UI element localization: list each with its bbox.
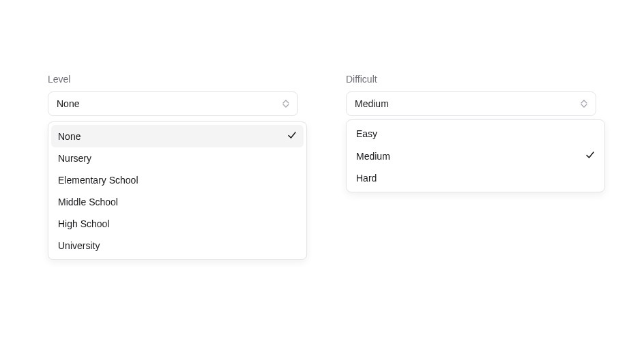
chevron-up-down-icon — [282, 100, 289, 108]
level-option[interactable]: Elementary School — [51, 169, 304, 191]
difficult-select-trigger[interactable]: Medium — [346, 91, 596, 116]
option-label: University — [58, 240, 100, 251]
difficult-dropdown: EasyMediumHard — [346, 119, 605, 192]
level-dropdown: NoneNurseryElementary SchoolMiddle Schoo… — [48, 121, 307, 260]
option-label: Medium — [356, 151, 390, 162]
option-label: Easy — [356, 128, 377, 139]
difficult-label: Difficult — [346, 74, 596, 85]
option-label: High School — [58, 218, 110, 229]
option-label: Middle School — [58, 197, 118, 207]
level-selected-value: None — [57, 98, 79, 109]
level-option[interactable]: Middle School — [51, 191, 304, 213]
level-select-trigger[interactable]: None — [48, 91, 298, 116]
level-option[interactable]: University — [51, 235, 304, 257]
difficult-field: Difficult Medium EasyMediumHard — [346, 74, 596, 116]
option-label: Hard — [356, 173, 377, 184]
level-option[interactable]: None — [51, 125, 304, 147]
chevron-up-down-icon — [581, 100, 587, 108]
check-icon — [287, 130, 297, 142]
option-label: None — [58, 131, 80, 142]
option-label: Elementary School — [58, 175, 138, 186]
option-label: Nursery — [58, 153, 91, 164]
level-option[interactable]: Nursery — [51, 147, 304, 169]
difficult-option[interactable]: Easy — [349, 123, 602, 145]
difficult-option[interactable]: Hard — [349, 167, 602, 189]
level-field: Level None NoneNurseryElementary SchoolM… — [48, 74, 298, 116]
level-option[interactable]: High School — [51, 213, 304, 235]
difficult-selected-value: Medium — [355, 98, 389, 109]
level-label: Level — [48, 74, 298, 85]
difficult-option[interactable]: Medium — [349, 145, 602, 167]
check-icon — [585, 150, 595, 162]
